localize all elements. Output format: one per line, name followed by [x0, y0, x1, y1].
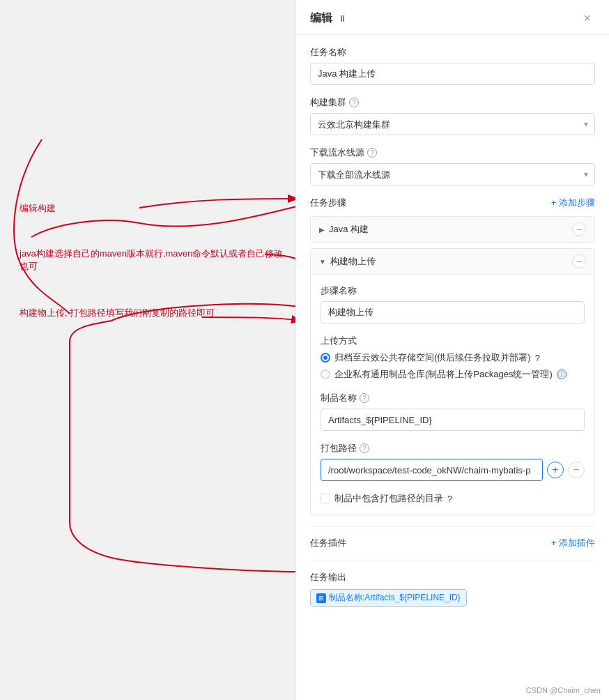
- step-artifact-upload-content: 步骤名称 上传方式 归档至云效公共存储空间(供后续任务拉取并部署) ?: [311, 274, 594, 515]
- step-artifact-upload-name: 构建物上传: [330, 255, 376, 268]
- step-name-input[interactable]: [321, 301, 585, 324]
- step-artifact-upload: ▼ 构建物上传 − 步骤名称 上传方式: [310, 248, 595, 515]
- left-area: [0, 0, 300, 700]
- upload-option2-info-icon[interactable]: ⓘ: [557, 370, 566, 379]
- plugin-title: 任务插件: [310, 537, 346, 549]
- upload-option1-help-icon[interactable]: ?: [535, 353, 540, 363]
- output-section: 任务输出 ⊞ 制品名称:Artifacts_${PIPELINE_ID}: [310, 561, 595, 607]
- include-dir-checkbox[interactable]: [321, 494, 330, 503]
- artifact-output-icon: ⊞: [316, 593, 326, 603]
- close-button[interactable]: ×: [579, 10, 595, 27]
- include-dir-help-icon[interactable]: ?: [447, 494, 452, 504]
- build-cluster-select[interactable]: 云效北京构建集群: [310, 113, 595, 135]
- download-source-label: 下载流水线源 ?: [310, 146, 595, 159]
- plugin-header: 任务插件 + 添加插件: [310, 537, 595, 549]
- upload-option1-label: 归档至云效公共存储空间(供后续任务拉取并部署): [334, 351, 531, 364]
- step-name-section: 步骤名称: [321, 284, 585, 324]
- pack-path-help-icon[interactable]: ?: [360, 443, 369, 453]
- download-source-help-icon[interactable]: ?: [367, 148, 377, 158]
- upload-option2-radio[interactable]: [321, 370, 330, 379]
- annotation-java-build: java构建选择自己的maven版本就行,maven命令默认或者自己修改也可: [20, 248, 284, 273]
- pack-path-label: 打包路径 ?: [321, 442, 585, 455]
- pack-path-remove-button[interactable]: −: [568, 462, 585, 478]
- task-name-section: 任务名称: [310, 46, 595, 85]
- artifact-output-label: 制品名称:Artifacts_${PIPELINE_ID}: [329, 592, 461, 604]
- upload-option1-item[interactable]: 归档至云效公共存储空间(供后续任务拉取并部署) ?: [321, 351, 585, 364]
- step-artifact-upload-header[interactable]: ▼ 构建物上传 −: [311, 249, 594, 274]
- attribution-text: CSDN @Chaim_chen: [526, 686, 601, 694]
- include-dir-label: 制品中包含打包路径的目录: [334, 492, 443, 505]
- steps-section: 任务步骤 + 添加步骤 ▶ Java 构建 − ▼ 构建物上: [310, 197, 595, 515]
- step-artifact-upload-arrow-icon: ▼: [319, 258, 326, 266]
- right-panel: 编辑 ⏸ × 任务名称 构建集群 ? 云效北京构建集群 ▾: [295, 0, 609, 700]
- panel-body: 任务名称 构建集群 ? 云效北京构建集群 ▾ 下载流水线源 ?: [296, 35, 609, 618]
- upload-option2-label: 企业私有通用制品仓库(制品将上传Packages统一管理): [334, 368, 553, 381]
- upload-option1-radio[interactable]: [321, 353, 330, 363]
- step-artifact-upload-remove-button[interactable]: −: [572, 254, 586, 268]
- pack-path-input-group: + −: [321, 459, 585, 481]
- step-java-build-header-left: ▶ Java 构建: [319, 223, 369, 236]
- step-artifact-upload-header-left: ▼ 构建物上传: [319, 255, 376, 268]
- step-name-label: 步骤名称: [321, 284, 585, 297]
- pack-path-section: 打包路径 ? + −: [321, 442, 585, 481]
- include-dir-checkbox-item[interactable]: 制品中包含打包路径的目录 ?: [321, 492, 585, 505]
- output-title: 任务输出: [310, 571, 595, 584]
- upload-method-section: 上传方式 归档至云效公共存储空间(供后续任务拉取并部署) ? 企业私有通用制品仓…: [321, 335, 585, 381]
- build-cluster-label: 构建集群 ?: [310, 96, 595, 109]
- annotation-artifact-upload: 构建物上传, 打包路径填写我们刚复制的路径即可: [20, 307, 215, 319]
- steps-title: 任务步骤: [310, 197, 346, 209]
- artifact-output-tag: ⊞ 制品名称:Artifacts_${PIPELINE_ID}: [310, 589, 467, 607]
- step-java-build-remove-button[interactable]: −: [572, 222, 586, 236]
- artifact-name-label: 制品名称 ?: [321, 392, 585, 404]
- panel-header-left: 编辑 ⏸: [310, 11, 347, 26]
- artifact-name-section: 制品名称 ?: [321, 392, 585, 431]
- step-java-build-name: Java 构建: [329, 223, 369, 236]
- task-name-label: 任务名称: [310, 46, 595, 59]
- upload-method-label: 上传方式: [321, 335, 585, 347]
- steps-header: 任务步骤 + 添加步骤: [310, 197, 595, 209]
- panel-title: 编辑: [310, 11, 332, 26]
- plugin-section: 任务插件 + 添加插件: [310, 526, 595, 549]
- pack-path-add-button[interactable]: +: [547, 462, 564, 478]
- add-step-button[interactable]: + 添加步骤: [551, 197, 595, 209]
- panel-header: 编辑 ⏸ ×: [296, 0, 609, 35]
- build-cluster-section: 构建集群 ? 云效北京构建集群 ▾: [310, 96, 595, 135]
- upload-option2-item[interactable]: 企业私有通用制品仓库(制品将上传Packages统一管理) ⓘ: [321, 368, 585, 381]
- task-name-input[interactable]: [310, 63, 595, 85]
- build-cluster-select-wrapper: 云效北京构建集群 ▾: [310, 113, 595, 135]
- step-java-build-arrow-icon: ▶: [319, 226, 325, 234]
- add-plugin-button[interactable]: + 添加插件: [551, 537, 595, 549]
- upload-method-radio-group: 归档至云效公共存储空间(供后续任务拉取并部署) ? 企业私有通用制品仓库(制品将…: [321, 351, 585, 381]
- annotation-edit-build: 编辑构建: [20, 202, 56, 215]
- step-java-build-header[interactable]: ▶ Java 构建 −: [311, 217, 594, 242]
- download-source-select[interactable]: 下载全部流水线源: [310, 163, 595, 185]
- build-cluster-help-icon[interactable]: ?: [349, 98, 359, 107]
- panel-pause-icon[interactable]: ⏸: [338, 13, 347, 24]
- artifact-name-input[interactable]: [321, 409, 585, 431]
- step-java-build: ▶ Java 构建 −: [310, 216, 595, 243]
- pack-path-input[interactable]: [321, 459, 543, 481]
- download-source-section: 下载流水线源 ? 下载全部流水线源 ▾: [310, 146, 595, 185]
- download-source-select-wrapper: 下载全部流水线源 ▾: [310, 163, 595, 185]
- artifact-name-help-icon[interactable]: ?: [360, 393, 369, 403]
